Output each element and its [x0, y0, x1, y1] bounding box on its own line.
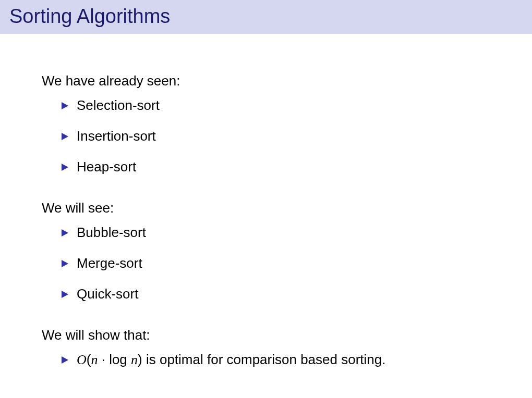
bullet-list-seen: Selection-sort Insertion-sort Heap-sort	[42, 97, 532, 175]
slide-title: Sorting Algorithms	[9, 5, 523, 28]
section-heading-seen: We have already seen:	[42, 73, 532, 89]
section-heading-will-see: We will see:	[42, 200, 532, 216]
paren-close: )	[138, 352, 142, 367]
list-item: Bubble-sort	[62, 225, 532, 241]
list-item: Selection-sort	[62, 97, 532, 114]
list-item: Quick-sort	[62, 286, 532, 302]
bullet-list-will-see: Bubble-sort Merge-sort Quick-sort	[42, 225, 532, 302]
list-item: Heap-sort	[62, 159, 532, 175]
list-item: O(n · log n) is optimal for comparison b…	[62, 352, 532, 368]
bullet-list-show: O(n · log n) is optimal for comparison b…	[42, 352, 532, 368]
list-item-label: Quick-sort	[77, 286, 138, 302]
triangle-bullet-icon	[62, 356, 68, 364]
list-item-label: Bubble-sort	[77, 225, 146, 241]
triangle-bullet-icon	[62, 260, 68, 267]
log-fn: log	[109, 352, 131, 367]
triangle-bullet-icon	[62, 133, 68, 140]
triangle-bullet-icon	[62, 164, 68, 171]
var-n: n	[91, 352, 98, 367]
slide-content: We have already seen: Selection-sort Ins…	[0, 34, 532, 368]
list-item-label: Heap-sort	[77, 159, 136, 175]
list-item: Merge-sort	[62, 255, 532, 271]
slide-title-bar: Sorting Algorithms	[0, 0, 532, 34]
list-item-label: Insertion-sort	[77, 128, 156, 144]
complexity-statement: O(n · log n) is optimal for comparison b…	[77, 352, 386, 368]
list-item: Insertion-sort	[62, 128, 532, 144]
triangle-bullet-icon	[62, 229, 68, 237]
section-heading-show: We will show that:	[42, 327, 532, 343]
list-item-label: Merge-sort	[77, 255, 142, 271]
triangle-bullet-icon	[62, 102, 68, 109]
dot-operator: ·	[98, 352, 109, 367]
statement-rest: is optimal for comparison based sorting.	[142, 352, 386, 367]
var-n: n	[131, 352, 138, 367]
list-item-label: Selection-sort	[77, 97, 160, 114]
triangle-bullet-icon	[62, 291, 68, 298]
big-o: O	[77, 352, 87, 367]
